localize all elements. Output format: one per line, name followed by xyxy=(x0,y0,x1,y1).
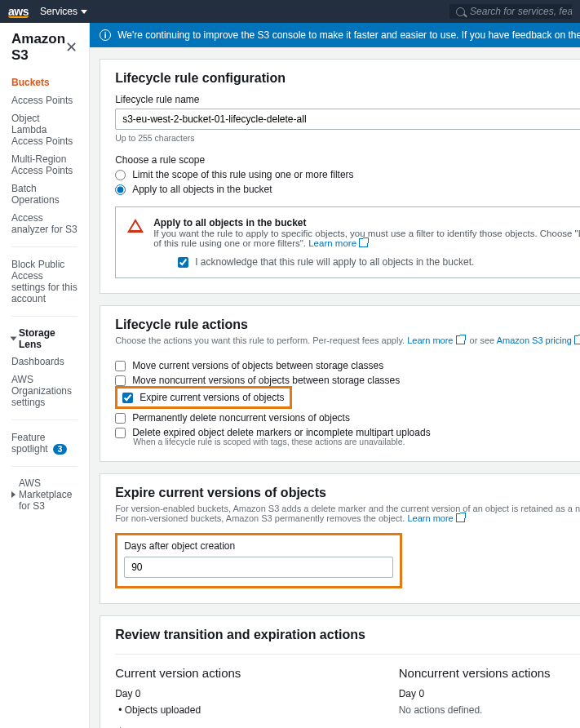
info-icon: i xyxy=(100,29,111,41)
rule-name-hint: Up to 255 characters xyxy=(115,133,580,143)
day-label: Day 0 xyxy=(399,688,580,699)
learn-more-link[interactable]: Learn more xyxy=(308,238,368,248)
col-title: Noncurrent versions actions xyxy=(399,666,580,680)
aws-logo[interactable]: aws xyxy=(8,5,29,18)
sidebar-item-aws-orgs[interactable]: AWS Organizations settings xyxy=(11,371,77,411)
col-title: Current version actions xyxy=(115,666,374,680)
actions-hint: When a lifecycle rule is scoped with tag… xyxy=(133,437,580,446)
action-move-noncurrent[interactable]: Move noncurrent versions of objects betw… xyxy=(115,375,580,386)
warning-icon xyxy=(127,219,144,233)
main-content: i We're continuing to improve the S3 con… xyxy=(90,23,580,728)
sidebar-item-feature-spotlight[interactable]: Feature spotlight3 xyxy=(11,428,77,458)
current-version-col: Current version actions Day 0 Objects up… xyxy=(115,666,374,728)
external-link-icon xyxy=(456,335,465,344)
action-delete-noncurrent[interactable]: Permanently delete noncurrent versions o… xyxy=(115,412,580,424)
external-link-icon xyxy=(359,238,368,247)
rule-name-input[interactable] xyxy=(115,109,580,130)
scope-label: Choose a rule scope xyxy=(115,154,580,166)
day-label: Day 0 xyxy=(115,688,374,699)
sidebar-item-object-lambda[interactable]: Object Lambda Access Points xyxy=(11,109,77,150)
global-search[interactable]: Search for services, features, mark xyxy=(449,4,572,19)
close-icon[interactable]: ✕ xyxy=(65,40,77,55)
sidebar-group-marketplace[interactable]: AWS Marketplace for S3 xyxy=(11,475,77,514)
panel-review: Review transition and expiration actions… xyxy=(100,615,580,728)
action-expire-current[interactable]: Expire current versions of objects xyxy=(122,392,284,403)
service-title: Amazon S3 xyxy=(11,31,65,64)
panel-title: Expire current versions of objects xyxy=(115,486,580,500)
panel-title: Lifecycle rule configuration xyxy=(115,71,580,86)
no-actions: No actions defined. xyxy=(399,704,580,716)
panel-title: Lifecycle rule actions xyxy=(115,317,580,332)
scope-option-filter[interactable]: Limit the scope of this rule using one o… xyxy=(115,169,580,180)
panel-lifecycle-actions: Lifecycle rule actions Choose the action… xyxy=(100,305,580,462)
panel-subtitle: Choose the actions you want this rule to… xyxy=(115,335,580,345)
badge: 3 xyxy=(53,444,68,455)
chevron-right-icon xyxy=(11,491,15,498)
arrow-down-icon: ↓ xyxy=(117,722,374,728)
global-nav: aws Services Search for services, featur… xyxy=(0,0,580,23)
sidebar: Amazon S3 ✕ Buckets Access Points Object… xyxy=(0,23,90,728)
sidebar-item-batch-ops[interactable]: Batch Operations xyxy=(11,180,77,209)
search-icon xyxy=(456,7,465,16)
panel-title: Review transition and expiration actions xyxy=(115,628,580,642)
sidebar-group-storage-lens[interactable]: Storage Lens xyxy=(11,325,77,353)
chevron-down-icon xyxy=(81,10,87,14)
sidebar-item-dashboards[interactable]: Dashboards xyxy=(11,353,77,371)
sidebar-item-buckets[interactable]: Buckets xyxy=(11,73,77,91)
external-link-icon xyxy=(574,335,580,344)
learn-more-link[interactable]: Learn more xyxy=(407,335,464,345)
learn-more-link[interactable]: Learn more xyxy=(407,513,464,523)
sidebar-item-multi-region[interactable]: Multi-Region Access Points xyxy=(11,150,77,180)
days-label: Days after object creation xyxy=(124,540,393,552)
action-move-current[interactable]: Move current versions of objects between… xyxy=(115,360,580,371)
external-link-icon xyxy=(456,513,465,522)
services-menu[interactable]: Services xyxy=(40,6,87,17)
chevron-down-icon xyxy=(11,337,17,341)
info-banner: i We're continuing to improve the S3 con… xyxy=(90,23,580,47)
sidebar-item-access-points[interactable]: Access Points xyxy=(11,91,77,109)
highlight-expire-action: Expire current versions of objects xyxy=(115,386,291,409)
warning-box: Apply to all objects in the bucket If yo… xyxy=(115,206,580,278)
panel-subtitle: For version-enabled buckets, Amazon S3 a… xyxy=(115,504,580,523)
ack-checkbox[interactable] xyxy=(178,257,188,268)
rule-name-label: Lifecycle rule name xyxy=(115,94,580,105)
panel-lifecycle-config: Lifecycle rule configuration Lifecycle r… xyxy=(100,59,580,294)
ack-label: I acknowledge that this rule will apply … xyxy=(195,256,474,268)
pricing-link[interactable]: Amazon S3 pricing xyxy=(497,335,580,345)
sidebar-item-block-public[interactable]: Block Public Access settings for this ac… xyxy=(11,255,77,308)
action-item: Objects uploaded xyxy=(118,704,374,716)
warning-title: Apply to all objects in the bucket xyxy=(153,217,306,229)
noncurrent-version-col: Noncurrent versions actions Day 0 No act… xyxy=(399,666,580,728)
highlight-days-input: Days after object creation xyxy=(115,533,402,588)
scope-option-all[interactable]: Apply to all objects in the bucket xyxy=(115,184,580,195)
days-input[interactable] xyxy=(124,557,393,578)
sidebar-item-access-analyzer[interactable]: Access analyzer for S3 xyxy=(11,209,77,238)
panel-expire: Expire current versions of objects For v… xyxy=(100,473,580,604)
